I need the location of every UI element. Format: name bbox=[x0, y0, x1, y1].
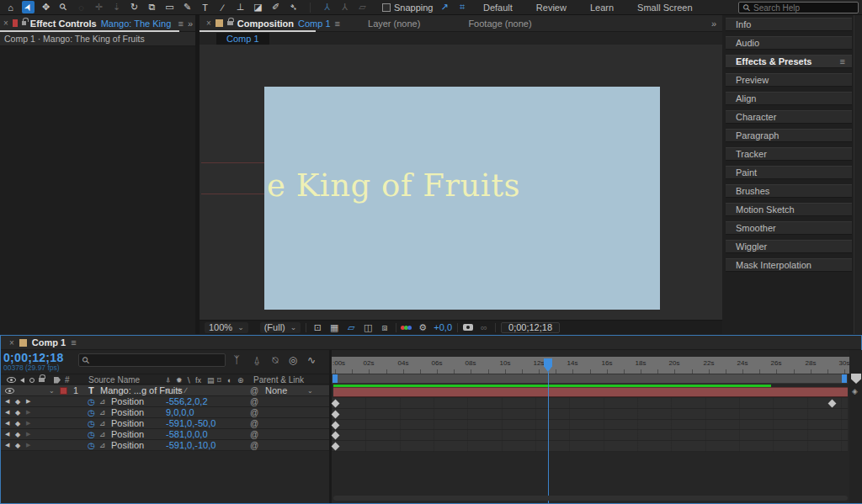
property-row-position-1[interactable]: ◀ ◆ ▶ ◷ ⊿ Position -556,2,0,2 @ bbox=[1, 396, 331, 407]
exposure-value[interactable]: +0,0 bbox=[434, 322, 452, 332]
property-row-position-2[interactable]: ◀ ◆ ▶ ◷ ⊿ Position 9,0,0,0 @ bbox=[1, 407, 331, 418]
layer-quality-switch[interactable]: ∕ bbox=[185, 385, 187, 395]
zoom-tool-button[interactable]: ⚲ bbox=[57, 1, 70, 13]
title-text-layer[interactable]: e King of Fruits bbox=[267, 167, 520, 204]
view-axis-mode-button[interactable]: ▱ bbox=[356, 1, 369, 13]
panel-smoother[interactable]: Smoother bbox=[726, 221, 852, 235]
sidebar-scrollbar[interactable] bbox=[854, 15, 862, 334]
keyframe[interactable] bbox=[332, 410, 340, 418]
property-row-position-4[interactable]: ◀ ◆ ▶ ◷ ⊿ Position -581,0,0,0 @ bbox=[1, 429, 331, 440]
property-graph-icon[interactable]: ⊿ bbox=[99, 396, 106, 406]
puppet-pin-tool-button[interactable]: ➴ bbox=[287, 1, 300, 13]
property-graph-icon[interactable]: ⊿ bbox=[99, 429, 106, 439]
panel-character[interactable]: Character bbox=[726, 110, 852, 124]
hide-shy-layers-icon[interactable]: ⍉ bbox=[267, 353, 284, 367]
hand-tool-button[interactable]: ✥ bbox=[40, 1, 52, 13]
panel-wiggler[interactable]: Wiggler bbox=[726, 240, 852, 253]
property-pickwhip-icon[interactable]: @ bbox=[250, 440, 258, 450]
property-pickwhip-icon[interactable]: @ bbox=[250, 396, 258, 406]
panel-mask-interpolation[interactable]: Mask Interpolation bbox=[726, 258, 852, 272]
viewer-timecode[interactable]: 0;00;12;18 bbox=[501, 322, 560, 333]
clone-stamp-tool-button[interactable]: ⊥ bbox=[234, 1, 247, 13]
composition-tab[interactable]: Composition bbox=[237, 19, 294, 29]
panel-paint[interactable]: Paint bbox=[726, 166, 852, 179]
layer-visibility-eye-icon[interactable] bbox=[5, 385, 14, 395]
orbit-camera-tool-button[interactable]: ◌ bbox=[75, 1, 88, 13]
workspace-review[interactable]: Review bbox=[524, 3, 578, 13]
next-keyframe-arrow[interactable]: ▶ bbox=[26, 429, 30, 439]
property-name[interactable]: Position bbox=[111, 396, 144, 406]
panel-paragraph[interactable]: Paragraph bbox=[726, 129, 852, 142]
property-pickwhip-icon[interactable]: @ bbox=[250, 407, 258, 417]
panel-menu-icon[interactable]: ≡ bbox=[178, 19, 183, 29]
work-area-bar[interactable] bbox=[332, 374, 848, 384]
help-search-input[interactable] bbox=[753, 3, 838, 13]
expand-chevron-icon[interactable]: ⌄ bbox=[49, 385, 55, 395]
property-name[interactable]: Position bbox=[111, 440, 144, 450]
resolution-dropdown[interactable]: (Full) ⌄ bbox=[260, 322, 301, 333]
stopwatch-icon[interactable]: ◷ bbox=[88, 429, 95, 439]
composition-pasteboard[interactable]: e King of Fruits bbox=[200, 45, 722, 320]
parent-pickwhip-icon[interactable]: @ bbox=[250, 385, 258, 395]
property-value[interactable]: -556,2,0,2 bbox=[166, 396, 208, 406]
property-value[interactable]: 9,0,0,0 bbox=[166, 407, 194, 417]
panel-preview[interactable]: Preview bbox=[726, 73, 852, 87]
rectangle-tool-button[interactable]: ▭ bbox=[163, 1, 176, 13]
show-snapshot-icon[interactable]: ∞ bbox=[478, 322, 490, 332]
next-keyframe-arrow[interactable]: ▶ bbox=[26, 440, 30, 450]
magnification-dropdown[interactable]: 100% ⌄ bbox=[205, 322, 248, 333]
local-axis-mode-button[interactable]: ⅄ bbox=[321, 1, 333, 13]
prev-keyframe-arrow[interactable]: ◀ bbox=[5, 440, 9, 450]
footage-tab[interactable]: Footage (none) bbox=[468, 19, 531, 29]
add-keyframe-diamond[interactable]: ◆ bbox=[15, 440, 20, 450]
prev-keyframe-arrow[interactable]: ◀ bbox=[5, 396, 9, 406]
camera-view-icon[interactable]: ⧈ bbox=[379, 322, 391, 333]
roto-brush-tool-button[interactable]: ✐ bbox=[269, 1, 282, 13]
property-graph-icon[interactable]: ⊿ bbox=[99, 407, 106, 417]
panel-effects-presets[interactable]: Effects & Presets≡ bbox=[726, 55, 852, 68]
stopwatch-icon[interactable]: ◷ bbox=[88, 440, 95, 450]
keyframe[interactable] bbox=[332, 443, 340, 451]
type-tool-button[interactable]: T bbox=[199, 1, 211, 13]
prev-keyframe-arrow[interactable]: ◀ bbox=[5, 418, 9, 428]
rotation-tool-button[interactable]: ↻ bbox=[128, 1, 141, 13]
layer-collapse-switch[interactable]: ✦ bbox=[176, 385, 183, 395]
snapshot-camera-icon[interactable] bbox=[463, 324, 473, 331]
property-value[interactable]: -581,0,0,0 bbox=[166, 429, 208, 439]
lock-icon[interactable] bbox=[22, 21, 26, 25]
track-row[interactable] bbox=[332, 420, 848, 431]
workspace-default[interactable]: Default bbox=[471, 3, 524, 13]
effect-controls-target[interactable]: Mango: The King of Fruits bbox=[101, 19, 174, 29]
choose-grid-guides-icon[interactable]: ⊡ bbox=[311, 322, 323, 333]
exposure-gear-icon[interactable]: ⚙ bbox=[417, 322, 428, 333]
work-area-end-handle[interactable] bbox=[842, 374, 847, 383]
pen-tool-button[interactable]: ✎ bbox=[181, 1, 194, 13]
next-keyframe-arrow[interactable]: ▶ bbox=[26, 407, 30, 417]
pan-camera-tool-button[interactable]: ✛ bbox=[93, 1, 105, 13]
track-row[interactable] bbox=[332, 430, 848, 441]
property-row-position-5[interactable]: ◀ ◆ ▶ ◷ ⊿ Position -591,0,-10,0 @ bbox=[1, 440, 331, 451]
home-tool-button[interactable]: ⌂ bbox=[4, 1, 17, 13]
prev-keyframe-arrow[interactable]: ◀ bbox=[5, 407, 9, 417]
chevron-down-icon[interactable]: ⌄ bbox=[307, 385, 313, 395]
panel-audio[interactable]: Audio bbox=[726, 36, 852, 50]
track-row[interactable] bbox=[332, 409, 848, 420]
workspace-learn[interactable]: Learn bbox=[578, 3, 625, 13]
add-keyframe-diamond[interactable]: ◆ bbox=[15, 396, 20, 406]
snapping-checkbox[interactable] bbox=[382, 3, 391, 12]
property-name[interactable]: Position bbox=[111, 429, 144, 439]
composition-target[interactable]: Comp 1 bbox=[298, 19, 331, 29]
property-value[interactable]: -591,0,-50,0 bbox=[166, 418, 216, 428]
panel-tracker[interactable]: Tracker bbox=[726, 147, 852, 161]
panel-brushes[interactable]: Brushes bbox=[726, 184, 852, 198]
close-icon[interactable]: × bbox=[206, 19, 211, 28]
prev-keyframe-arrow[interactable]: ◀ bbox=[5, 429, 9, 439]
mask-visibility-icon[interactable]: ▦ bbox=[328, 322, 340, 333]
panel-motion-sketch[interactable]: Motion Sketch bbox=[726, 203, 852, 216]
property-name[interactable]: Position bbox=[111, 418, 144, 428]
close-icon[interactable]: × bbox=[9, 338, 14, 347]
parent-dropdown[interactable]: None bbox=[265, 385, 287, 395]
pan-behind-tool-button[interactable]: ⧉ bbox=[146, 1, 158, 13]
effect-controls-tab[interactable]: Effect Controls bbox=[30, 19, 97, 29]
channel-color-icon[interactable] bbox=[402, 326, 412, 330]
